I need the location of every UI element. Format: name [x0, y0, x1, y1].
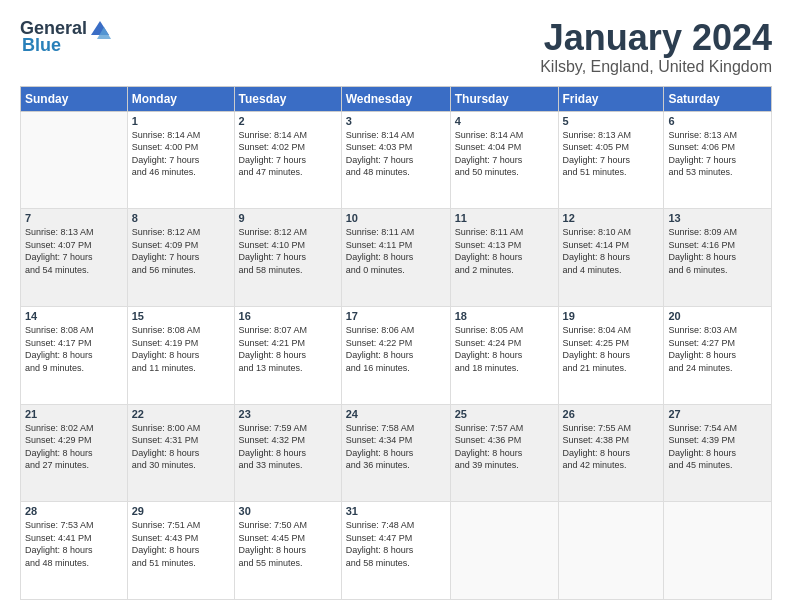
day-info: Sunrise: 8:14 AM Sunset: 4:02 PM Dayligh…: [239, 129, 337, 179]
day-number: 27: [668, 408, 767, 420]
day-number: 29: [132, 505, 230, 517]
day-number: 8: [132, 212, 230, 224]
day-info: Sunrise: 7:57 AM Sunset: 4:36 PM Dayligh…: [455, 422, 554, 472]
day-info: Sunrise: 8:13 AM Sunset: 4:07 PM Dayligh…: [25, 226, 123, 276]
day-cell: 5Sunrise: 8:13 AM Sunset: 4:05 PM Daylig…: [558, 111, 664, 209]
day-info: Sunrise: 8:13 AM Sunset: 4:06 PM Dayligh…: [668, 129, 767, 179]
day-number: 26: [563, 408, 660, 420]
day-info: Sunrise: 7:58 AM Sunset: 4:34 PM Dayligh…: [346, 422, 446, 472]
month-title: January 2024: [540, 18, 772, 58]
day-number: 18: [455, 310, 554, 322]
day-info: Sunrise: 8:12 AM Sunset: 4:09 PM Dayligh…: [132, 226, 230, 276]
col-wednesday: Wednesday: [341, 86, 450, 111]
day-number: 20: [668, 310, 767, 322]
day-cell: 13Sunrise: 8:09 AM Sunset: 4:16 PM Dayli…: [664, 209, 772, 307]
day-cell: 31Sunrise: 7:48 AM Sunset: 4:47 PM Dayli…: [341, 502, 450, 600]
week-row-0: 1Sunrise: 8:14 AM Sunset: 4:00 PM Daylig…: [21, 111, 772, 209]
day-number: 11: [455, 212, 554, 224]
day-info: Sunrise: 8:14 AM Sunset: 4:04 PM Dayligh…: [455, 129, 554, 179]
col-friday: Friday: [558, 86, 664, 111]
day-cell: 19Sunrise: 8:04 AM Sunset: 4:25 PM Dayli…: [558, 306, 664, 404]
day-info: Sunrise: 8:11 AM Sunset: 4:11 PM Dayligh…: [346, 226, 446, 276]
day-cell: 21Sunrise: 8:02 AM Sunset: 4:29 PM Dayli…: [21, 404, 128, 502]
day-number: 30: [239, 505, 337, 517]
day-number: 14: [25, 310, 123, 322]
day-number: 3: [346, 115, 446, 127]
day-number: 1: [132, 115, 230, 127]
day-info: Sunrise: 8:14 AM Sunset: 4:03 PM Dayligh…: [346, 129, 446, 179]
header: General Blue January 2024 Kilsby, Englan…: [20, 18, 772, 76]
day-info: Sunrise: 7:51 AM Sunset: 4:43 PM Dayligh…: [132, 519, 230, 569]
week-row-4: 28Sunrise: 7:53 AM Sunset: 4:41 PM Dayli…: [21, 502, 772, 600]
day-number: 13: [668, 212, 767, 224]
day-cell: 24Sunrise: 7:58 AM Sunset: 4:34 PM Dayli…: [341, 404, 450, 502]
day-info: Sunrise: 8:13 AM Sunset: 4:05 PM Dayligh…: [563, 129, 660, 179]
title-block: January 2024 Kilsby, England, United Kin…: [540, 18, 772, 76]
day-number: 17: [346, 310, 446, 322]
day-cell: 20Sunrise: 8:03 AM Sunset: 4:27 PM Dayli…: [664, 306, 772, 404]
day-info: Sunrise: 7:59 AM Sunset: 4:32 PM Dayligh…: [239, 422, 337, 472]
day-cell: 18Sunrise: 8:05 AM Sunset: 4:24 PM Dayli…: [450, 306, 558, 404]
day-cell: 25Sunrise: 7:57 AM Sunset: 4:36 PM Dayli…: [450, 404, 558, 502]
day-info: Sunrise: 8:00 AM Sunset: 4:31 PM Dayligh…: [132, 422, 230, 472]
day-cell: 16Sunrise: 8:07 AM Sunset: 4:21 PM Dayli…: [234, 306, 341, 404]
day-cell: 17Sunrise: 8:06 AM Sunset: 4:22 PM Dayli…: [341, 306, 450, 404]
day-number: 16: [239, 310, 337, 322]
day-number: 31: [346, 505, 446, 517]
col-tuesday: Tuesday: [234, 86, 341, 111]
day-info: Sunrise: 8:06 AM Sunset: 4:22 PM Dayligh…: [346, 324, 446, 374]
day-info: Sunrise: 8:07 AM Sunset: 4:21 PM Dayligh…: [239, 324, 337, 374]
col-monday: Monday: [127, 86, 234, 111]
day-info: Sunrise: 8:08 AM Sunset: 4:19 PM Dayligh…: [132, 324, 230, 374]
day-number: 6: [668, 115, 767, 127]
day-number: 4: [455, 115, 554, 127]
week-row-2: 14Sunrise: 8:08 AM Sunset: 4:17 PM Dayli…: [21, 306, 772, 404]
day-cell: 28Sunrise: 7:53 AM Sunset: 4:41 PM Dayli…: [21, 502, 128, 600]
day-cell: 8Sunrise: 8:12 AM Sunset: 4:09 PM Daylig…: [127, 209, 234, 307]
day-info: Sunrise: 7:54 AM Sunset: 4:39 PM Dayligh…: [668, 422, 767, 472]
day-number: 24: [346, 408, 446, 420]
day-info: Sunrise: 8:11 AM Sunset: 4:13 PM Dayligh…: [455, 226, 554, 276]
col-saturday: Saturday: [664, 86, 772, 111]
day-info: Sunrise: 8:02 AM Sunset: 4:29 PM Dayligh…: [25, 422, 123, 472]
day-info: Sunrise: 7:50 AM Sunset: 4:45 PM Dayligh…: [239, 519, 337, 569]
logo: General Blue: [20, 18, 113, 56]
week-row-3: 21Sunrise: 8:02 AM Sunset: 4:29 PM Dayli…: [21, 404, 772, 502]
day-cell: 2Sunrise: 8:14 AM Sunset: 4:02 PM Daylig…: [234, 111, 341, 209]
day-info: Sunrise: 7:48 AM Sunset: 4:47 PM Dayligh…: [346, 519, 446, 569]
day-cell: 3Sunrise: 8:14 AM Sunset: 4:03 PM Daylig…: [341, 111, 450, 209]
day-info: Sunrise: 7:55 AM Sunset: 4:38 PM Dayligh…: [563, 422, 660, 472]
page: General Blue January 2024 Kilsby, Englan…: [0, 0, 792, 612]
day-cell: 9Sunrise: 8:12 AM Sunset: 4:10 PM Daylig…: [234, 209, 341, 307]
day-cell: 27Sunrise: 7:54 AM Sunset: 4:39 PM Dayli…: [664, 404, 772, 502]
day-info: Sunrise: 8:10 AM Sunset: 4:14 PM Dayligh…: [563, 226, 660, 276]
day-info: Sunrise: 8:05 AM Sunset: 4:24 PM Dayligh…: [455, 324, 554, 374]
day-cell: 6Sunrise: 8:13 AM Sunset: 4:06 PM Daylig…: [664, 111, 772, 209]
day-number: 7: [25, 212, 123, 224]
day-cell: 22Sunrise: 8:00 AM Sunset: 4:31 PM Dayli…: [127, 404, 234, 502]
day-info: Sunrise: 8:08 AM Sunset: 4:17 PM Dayligh…: [25, 324, 123, 374]
day-cell: 12Sunrise: 8:10 AM Sunset: 4:14 PM Dayli…: [558, 209, 664, 307]
day-cell: 26Sunrise: 7:55 AM Sunset: 4:38 PM Dayli…: [558, 404, 664, 502]
day-cell: [21, 111, 128, 209]
day-cell: 1Sunrise: 8:14 AM Sunset: 4:00 PM Daylig…: [127, 111, 234, 209]
day-number: 25: [455, 408, 554, 420]
day-cell: 14Sunrise: 8:08 AM Sunset: 4:17 PM Dayli…: [21, 306, 128, 404]
day-number: 5: [563, 115, 660, 127]
col-sunday: Sunday: [21, 86, 128, 111]
day-cell: [558, 502, 664, 600]
logo-icon: [89, 19, 111, 39]
day-info: Sunrise: 8:14 AM Sunset: 4:00 PM Dayligh…: [132, 129, 230, 179]
day-cell: 15Sunrise: 8:08 AM Sunset: 4:19 PM Dayli…: [127, 306, 234, 404]
day-cell: 10Sunrise: 8:11 AM Sunset: 4:11 PM Dayli…: [341, 209, 450, 307]
calendar-table: Sunday Monday Tuesday Wednesday Thursday…: [20, 86, 772, 600]
day-cell: 4Sunrise: 8:14 AM Sunset: 4:04 PM Daylig…: [450, 111, 558, 209]
day-number: 9: [239, 212, 337, 224]
day-cell: 29Sunrise: 7:51 AM Sunset: 4:43 PM Dayli…: [127, 502, 234, 600]
day-number: 19: [563, 310, 660, 322]
day-cell: 23Sunrise: 7:59 AM Sunset: 4:32 PM Dayli…: [234, 404, 341, 502]
day-cell: [664, 502, 772, 600]
day-info: Sunrise: 8:04 AM Sunset: 4:25 PM Dayligh…: [563, 324, 660, 374]
col-thursday: Thursday: [450, 86, 558, 111]
day-info: Sunrise: 7:53 AM Sunset: 4:41 PM Dayligh…: [25, 519, 123, 569]
